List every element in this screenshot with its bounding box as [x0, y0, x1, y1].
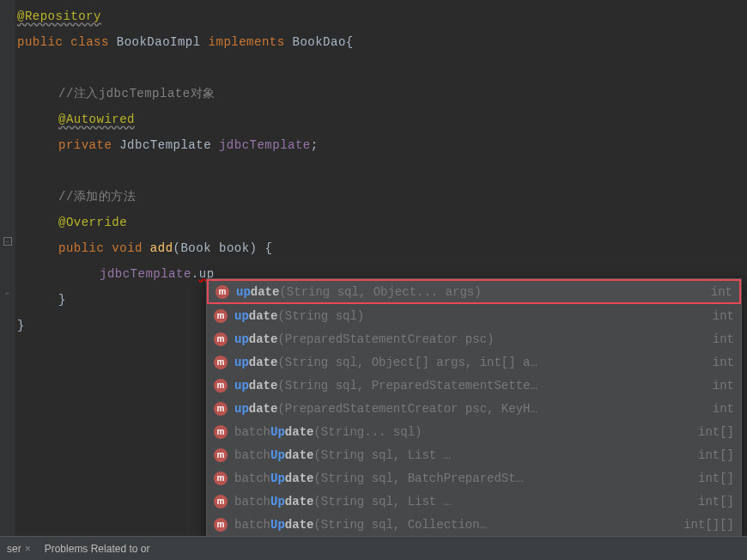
completion-label: update(PreparedStatementCreator psc) [234, 332, 699, 346]
method-icon: m [214, 472, 228, 485]
method-icon: m [216, 285, 229, 299]
method-icon: m [214, 518, 228, 532]
completion-return-type: int [713, 332, 734, 346]
code-completion-popup: mupdate(String sql, Object... args)intmu… [206, 278, 742, 560]
code-line: public void add(Book book) { [17, 235, 747, 261]
completion-label: batchUpdate(String sql, BatchPreparedSt… [234, 472, 684, 485]
method-icon: m [214, 425, 228, 439]
code-line [17, 158, 747, 184]
completion-return-type: int[] [698, 472, 734, 485]
fold-end-icon[interactable]: ⌐ [3, 289, 12, 297]
completion-label: update(PreparedStatementCreator psc, Key… [234, 402, 699, 416]
code-line [17, 55, 747, 81]
completion-label: batchUpdate(String sql, List … [234, 448, 684, 462]
completion-label: update(String sql, PreparedStatementSett… [234, 379, 699, 393]
code-line: //添加的方法 [17, 184, 747, 210]
completion-item[interactable]: mbatchUpdate(String sql, List …int[] [207, 490, 741, 513]
editor-gutter [0, 0, 15, 560]
completion-return-type: int[] [698, 495, 734, 508]
code-line: @Repository [17, 3, 747, 29]
completion-label: update(String sql) [234, 309, 699, 323]
completion-item[interactable]: mupdate(String sql)int [207, 304, 741, 327]
completion-label: batchUpdate(String sql, Collection… [234, 518, 670, 532]
method-icon: m [214, 495, 228, 508]
method-icon: m [214, 402, 228, 416]
completion-label: update(String sql, Object... args) [236, 285, 697, 299]
code-line: //注入jdbcTemplate对象 [17, 81, 747, 107]
method-icon: m [214, 332, 228, 346]
code-line: private JdbcTemplate jdbcTemplate; [17, 132, 747, 158]
annotation-override: @Override [58, 216, 127, 229]
code-line: @Override [17, 210, 747, 235]
fold-marker-icon[interactable]: − [3, 237, 12, 246]
completion-label: batchUpdate(String sql, List … [234, 495, 684, 508]
completion-label: update(String sql, Object[] args, int[] … [234, 356, 699, 369]
completion-return-type: int[] [698, 425, 734, 439]
close-icon[interactable]: × [25, 543, 31, 555]
completion-item[interactable]: mbatchUpdate(String sql, BatchPreparedSt… [207, 466, 741, 490]
completion-return-type: int[][] [683, 518, 734, 532]
tab-truncated[interactable]: ser [7, 543, 21, 555]
method-icon: m [214, 379, 228, 393]
bottom-tool-panel: ser × Problems Related to or [0, 536, 747, 560]
method-icon: m [214, 448, 228, 462]
completion-return-type: int [713, 309, 734, 323]
completion-item[interactable]: mbatchUpdate(String sql, Collection…int[… [207, 513, 741, 536]
completion-item[interactable]: mupdate(String sql, Object... args)int [207, 279, 741, 304]
completion-return-type: int [713, 356, 734, 369]
completion-return-type: int[] [698, 448, 734, 462]
completion-item[interactable]: mupdate(PreparedStatementCreator psc, Ke… [207, 397, 741, 420]
tab-problems[interactable]: Problems Related to or [45, 543, 150, 555]
completion-label: batchUpdate(String... sql) [234, 425, 684, 439]
completion-item[interactable]: mbatchUpdate(String... sql)int[] [207, 420, 741, 443]
completion-return-type: int [713, 379, 734, 393]
annotation-repository: @Repository [17, 9, 101, 23]
method-icon: m [214, 356, 228, 369]
completion-item[interactable]: mupdate(String sql, PreparedStatementSet… [207, 374, 741, 397]
completion-return-type: int [713, 402, 734, 416]
method-icon: m [214, 309, 228, 323]
completion-item[interactable]: mupdate(PreparedStatementCreator psc)int [207, 327, 741, 350]
code-line: @Autowired [17, 107, 747, 132]
completion-item[interactable]: mupdate(String sql, Object[] args, int[]… [207, 350, 741, 374]
code-line: public class BookDaoImpl implements Book… [17, 29, 747, 55]
annotation-autowired: @Autowired [58, 113, 135, 126]
completion-return-type: int [711, 285, 732, 299]
completion-item[interactable]: mbatchUpdate(String sql, List …int[] [207, 443, 741, 466]
